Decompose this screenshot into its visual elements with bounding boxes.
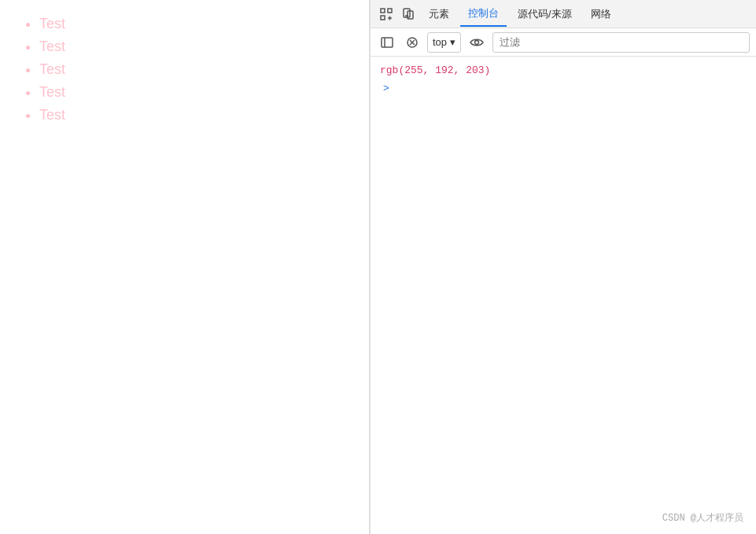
svg-rect-0 — [381, 9, 385, 13]
tab-elements[interactable]: 元素 — [421, 2, 457, 26]
tab-sources[interactable]: 源代码/来源 — [510, 2, 580, 26]
list-item: Test — [39, 39, 345, 55]
sidebar-toggle-button[interactable] — [377, 32, 397, 53]
list-item: Test — [39, 107, 345, 123]
test-list: Test Test Test Test Test — [24, 16, 345, 123]
tab-console[interactable]: 控制台 — [460, 2, 507, 27]
svg-point-13 — [475, 40, 479, 44]
chevron-down-icon: ▾ — [450, 36, 455, 48]
watermark: CSDN @人才程序员 — [662, 511, 743, 525]
console-toolbar: top ▾ — [371, 28, 756, 57]
devtools-tabs-bar: 元素 控制台 源代码/来源 网络 — [371, 0, 756, 28]
expand-arrow[interactable]: > — [383, 83, 389, 94]
console-expand-row[interactable]: > — [380, 83, 747, 94]
live-expressions-button[interactable] — [466, 32, 488, 53]
inspect-icon[interactable] — [377, 5, 396, 24]
svg-rect-2 — [388, 9, 392, 13]
svg-rect-1 — [381, 16, 385, 20]
context-selector[interactable]: top ▾ — [427, 32, 461, 53]
console-output-area: rgb(255, 192, 203) > CSDN @人才程序员 — [371, 57, 756, 534]
list-item: Test — [39, 16, 345, 32]
console-value: rgb(255, 192, 203) — [380, 64, 490, 76]
webpage-preview: Test Test Test Test Test — [0, 0, 370, 534]
list-item: Test — [39, 61, 345, 78]
context-label: top — [433, 36, 447, 48]
list-item: Test — [39, 84, 345, 101]
tab-network[interactable]: 网络 — [583, 2, 619, 26]
svg-rect-8 — [382, 38, 393, 47]
console-filter-input[interactable] — [492, 32, 750, 53]
device-toggle-icon[interactable] — [399, 5, 418, 24]
clear-console-button[interactable] — [402, 32, 422, 53]
console-line: rgb(255, 192, 203) — [380, 63, 747, 79]
devtools-panel: 元素 控制台 源代码/来源 网络 top ▾ — [370, 0, 756, 534]
